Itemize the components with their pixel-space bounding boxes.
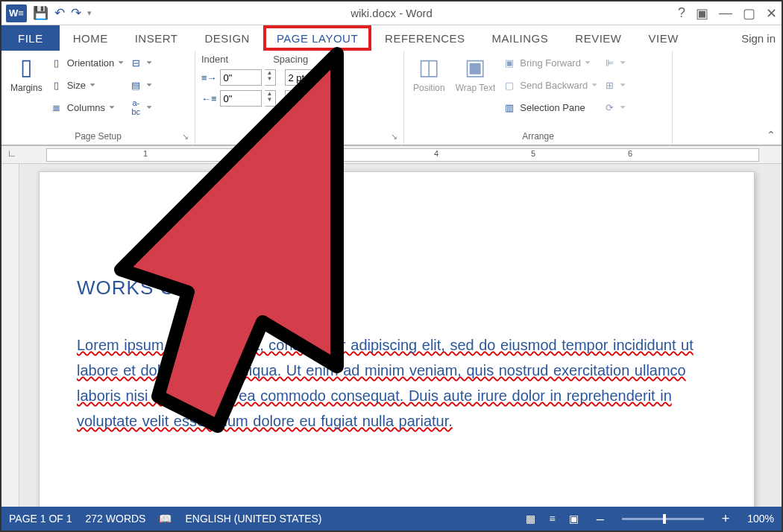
tab-view[interactable]: VIEW xyxy=(635,25,691,51)
document-page[interactable]: WORKS CITED Lorem ipsum dolor sit amet, … xyxy=(39,171,755,507)
proofing-icon[interactable]: 📖 xyxy=(159,513,172,525)
columns-button[interactable]: ≣Columns xyxy=(50,98,125,116)
wrap-text-label: Wrap Text xyxy=(456,83,496,93)
status-language[interactable]: ENGLISH (UNITED STATES) xyxy=(185,513,321,525)
document-area[interactable]: WORKS CITED Lorem ipsum dolor sit amet, … xyxy=(1,164,782,507)
spacing-after-control[interactable]: ▲▼ xyxy=(285,90,341,107)
vertical-ruler[interactable] xyxy=(1,164,19,507)
redo-icon[interactable]: ↷ xyxy=(71,5,81,21)
tab-file[interactable]: FILE xyxy=(1,25,60,51)
tab-insert[interactable]: INSERT xyxy=(122,25,192,51)
ruler-mark: 1 xyxy=(143,149,148,158)
ruler-mark: 6 xyxy=(628,149,632,158)
wrap-text-button[interactable]: ▣ Wrap Text xyxy=(453,54,499,116)
group-button[interactable]: ⊞ xyxy=(603,76,626,94)
breaks-icon: ⊟ xyxy=(129,57,142,69)
close-icon[interactable]: ✕ xyxy=(766,5,777,22)
horizontal-ruler[interactable]: ∟ 1 2 3 4 5 6 xyxy=(1,146,782,164)
spinner-icon[interactable]: ▲▼ xyxy=(265,69,276,86)
selection-pane-button[interactable]: ▥Selection Pane xyxy=(503,98,598,116)
zoom-slider[interactable] xyxy=(622,518,704,520)
tab-mailings[interactable]: MAILINGS xyxy=(479,25,562,51)
indent-left-icon: ≡→ xyxy=(201,72,217,83)
margins-button[interactable]: ▯ Margins xyxy=(7,54,45,116)
zoom-in-button[interactable]: + xyxy=(717,511,735,527)
margins-icon: ▯ xyxy=(20,54,33,80)
bring-forward-button[interactable]: ▣Bring Forward xyxy=(503,54,598,72)
hyphenation-button[interactable]: a-bc xyxy=(129,98,153,116)
indent-right-control[interactable]: ←≡ ▲▼ xyxy=(201,90,276,107)
ruler-mark: 4 xyxy=(434,149,438,158)
spacing-after-input[interactable] xyxy=(285,90,327,107)
save-icon[interactable]: 💾 xyxy=(33,5,48,21)
selection-pane-label: Selection Pane xyxy=(520,102,585,113)
group-icon: ⊞ xyxy=(603,80,616,91)
maximize-icon[interactable]: ▢ xyxy=(743,5,755,22)
position-label: Position xyxy=(413,83,445,93)
indent-left-input[interactable] xyxy=(220,69,262,86)
orientation-label: Orientation xyxy=(67,57,115,69)
group-paragraph: Indent Spacing ≡→ ▲▼ ▲▼ ←≡ ▲▼ xyxy=(195,51,404,145)
ribbon-options-icon[interactable]: ▣ xyxy=(696,5,708,22)
spacing-header: Spacing xyxy=(273,54,308,65)
tab-design[interactable]: DESIGN xyxy=(191,25,263,51)
tab-selector-icon[interactable]: ∟ xyxy=(7,148,17,159)
tab-pagelayout[interactable]: PAGE LAYOUT xyxy=(263,25,371,51)
collapse-ribbon-icon[interactable]: ⌃ xyxy=(767,129,776,141)
tab-references[interactable]: REFERENCES xyxy=(371,25,479,51)
indent-left-control[interactable]: ≡→ ▲▼ xyxy=(201,69,276,86)
spacing-before-control[interactable]: ▲▼ xyxy=(285,69,341,86)
status-page[interactable]: PAGE 1 OF 1 xyxy=(9,513,72,525)
undo-icon[interactable]: ↶ xyxy=(54,5,65,21)
sign-in-link[interactable]: Sign in xyxy=(741,32,782,45)
spinner-icon[interactable]: ▲▼ xyxy=(330,90,341,107)
align-button[interactable]: ⊫ xyxy=(603,54,626,72)
position-icon: ◫ xyxy=(418,54,439,80)
minimize-icon[interactable]: — xyxy=(719,5,732,21)
qat-customize-icon[interactable]: ▾ xyxy=(87,8,92,18)
ruler-mark: 3 xyxy=(337,149,342,158)
group-label-arrange: Arrange xyxy=(410,128,666,145)
send-backward-button[interactable]: ▢Send Backward xyxy=(503,76,598,94)
ruler-track xyxy=(46,148,759,162)
line-numbers-icon: ▤ xyxy=(129,80,142,91)
tab-review[interactable]: REVIEW xyxy=(562,25,635,51)
position-button[interactable]: ◫ Position xyxy=(410,54,448,116)
breaks-button[interactable]: ⊟ xyxy=(129,54,153,72)
rotate-icon: ⟳ xyxy=(603,102,616,113)
indent-right-icon: ←≡ xyxy=(201,93,217,104)
doc-body[interactable]: Lorem ipsum dolor sit amet, consectetur … xyxy=(77,332,724,434)
read-mode-icon[interactable]: ▦ xyxy=(526,513,535,525)
orientation-icon: ▯ xyxy=(50,57,63,69)
tab-home[interactable]: HOME xyxy=(60,25,122,51)
send-backward-icon: ▢ xyxy=(503,80,516,91)
size-button[interactable]: ▯Size xyxy=(50,76,125,94)
paragraph-launcher-icon[interactable]: ↘ xyxy=(391,132,397,142)
line-numbers-button[interactable]: ▤ xyxy=(129,76,153,94)
word-app-icon: W≡ xyxy=(6,4,27,22)
rotate-button[interactable]: ⟳ xyxy=(603,98,626,116)
spinner-icon[interactable]: ▲▼ xyxy=(330,69,341,86)
ribbon-tabs: FILE HOME INSERT DESIGN PAGE LAYOUT REFE… xyxy=(1,25,782,51)
margins-label: Margins xyxy=(10,83,43,93)
spacing-before-input[interactable] xyxy=(285,69,327,86)
doc-heading[interactable]: WORKS CITED xyxy=(77,276,724,300)
selection-pane-icon: ▥ xyxy=(503,102,516,113)
web-layout-icon[interactable]: ▣ xyxy=(569,513,579,525)
print-layout-icon[interactable]: ≡ xyxy=(549,513,555,525)
bring-forward-icon: ▣ xyxy=(503,57,516,69)
title-bar: W≡ 💾 ↶ ↷ ▾ wiki.docx - Word ? ▣ — ▢ ✕ xyxy=(1,1,782,25)
spinner-icon[interactable]: ▲▼ xyxy=(265,90,276,107)
zoom-level[interactable]: 100% xyxy=(747,513,774,525)
indent-right-input[interactable] xyxy=(220,90,262,107)
ruler-mark: 5 xyxy=(531,149,535,158)
help-icon[interactable]: ? xyxy=(678,5,685,21)
orientation-button[interactable]: ▯Orientation xyxy=(50,54,125,72)
group-label-paragraph: ↘ xyxy=(201,139,397,145)
ruler-mark: 2 xyxy=(240,149,245,158)
align-icon: ⊫ xyxy=(603,57,616,69)
zoom-out-button[interactable]: – xyxy=(592,511,609,527)
doc-body-text[interactable]: Lorem ipsum dolor sit amet, consectetur … xyxy=(77,337,694,429)
pagesetup-launcher-icon[interactable]: ↘ xyxy=(182,132,189,142)
status-words[interactable]: 272 WORDS xyxy=(86,513,146,525)
